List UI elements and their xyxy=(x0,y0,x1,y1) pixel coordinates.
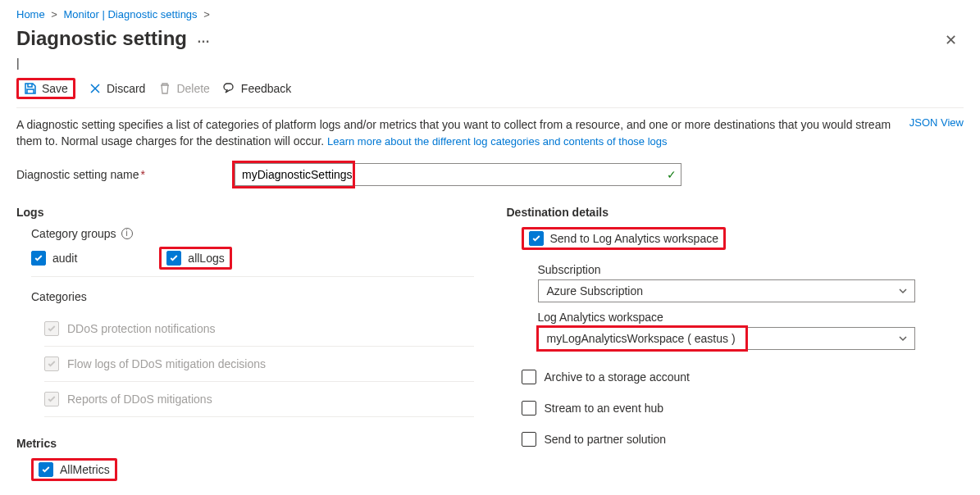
checkbox-allmetrics[interactable] xyxy=(39,462,53,477)
send-law-label: Send to Log Analytics workspace xyxy=(550,232,718,245)
check-icon: ✓ xyxy=(667,168,677,181)
law-select[interactable]: myLogAnalyticsWorkspace ( eastus ) xyxy=(538,327,915,350)
category-groups-label: Category groups i xyxy=(31,227,474,240)
highlight-send-law: Send to Log Analytics workspace xyxy=(522,227,726,250)
highlight-alllogs: allLogs xyxy=(159,247,231,270)
save-icon xyxy=(24,82,37,95)
close-icon[interactable]: ✕ xyxy=(938,28,964,52)
checkbox-eventhub[interactable] xyxy=(522,401,536,416)
archive-label: Archive to a storage account xyxy=(545,370,690,384)
subscription-value: Azure Subscription xyxy=(547,284,644,297)
law-value: myLogAnalyticsWorkspace ( eastus ) xyxy=(547,332,736,345)
more-icon[interactable]: … xyxy=(197,31,210,46)
checkbox-partner[interactable] xyxy=(522,432,536,447)
delete-button: Delete xyxy=(158,82,209,95)
audit-label: audit xyxy=(52,252,77,265)
law-label: Log Analytics workspace xyxy=(538,311,964,324)
save-button[interactable]: Save xyxy=(24,82,68,95)
metrics-title: Metrics xyxy=(16,437,474,450)
partner-label: Send to partner solution xyxy=(545,433,667,446)
chevron-down-icon xyxy=(898,334,908,343)
info-icon[interactable]: i xyxy=(121,228,133,239)
checkbox-archive[interactable] xyxy=(522,370,536,384)
discard-icon xyxy=(89,82,102,95)
page-title-text: Diagnostic setting xyxy=(16,27,187,50)
checkbox-audit[interactable] xyxy=(31,251,46,266)
feedback-label: Feedback xyxy=(241,82,291,95)
chevron-down-icon xyxy=(898,286,908,296)
breadcrumb-home[interactable]: Home xyxy=(16,8,45,20)
categories-label: Categories xyxy=(31,290,474,303)
checkbox-alllogs[interactable] xyxy=(166,251,181,266)
category-item-flow-logs: Flow logs of DDoS mitigation decisions xyxy=(44,347,474,382)
page-title: Diagnostic setting … xyxy=(16,27,210,50)
highlight-save: Save xyxy=(16,78,75,99)
destination-title: Destination details xyxy=(507,206,964,219)
breadcrumb-monitor[interactable]: Monitor | Diagnostic settings xyxy=(64,8,198,20)
cat1-label: DDoS protection notifications xyxy=(67,322,216,335)
setting-name-label: Diagnostic setting name* xyxy=(16,168,221,181)
feedback-icon xyxy=(223,82,236,95)
logs-title: Logs xyxy=(16,206,474,219)
learn-more-link[interactable]: Learn more about the different log categ… xyxy=(327,135,668,148)
feedback-button[interactable]: Feedback xyxy=(223,82,291,95)
caret: | xyxy=(16,57,964,70)
highlight-allmetrics: AllMetrics xyxy=(31,458,117,481)
save-label: Save xyxy=(42,82,68,95)
delete-icon xyxy=(158,82,171,95)
setting-name-input[interactable] xyxy=(235,163,681,186)
json-view-link[interactable]: JSON View xyxy=(909,116,964,129)
chevron-right-icon: > xyxy=(203,8,210,20)
category-item-ddos-notifications: DDoS protection notifications xyxy=(44,311,474,347)
category-item-reports: Reports of DDoS mitigations xyxy=(44,382,474,417)
discard-button[interactable]: Discard xyxy=(89,82,145,95)
checkbox-cat1 xyxy=(44,321,59,336)
eventhub-label: Stream to an event hub xyxy=(545,402,664,415)
cat3-label: Reports of DDoS mitigations xyxy=(67,393,212,406)
breadcrumb: Home > Monitor | Diagnostic settings > xyxy=(16,8,964,20)
checkbox-cat2 xyxy=(44,356,59,371)
subscription-select[interactable]: Azure Subscription xyxy=(538,279,915,302)
checkbox-cat3 xyxy=(44,392,59,406)
discard-label: Discard xyxy=(107,82,145,95)
allmetrics-label: AllMetrics xyxy=(60,463,110,476)
checkbox-send-law[interactable] xyxy=(529,231,544,246)
toolbar: Save Discard Delete Feedback xyxy=(16,75,964,108)
alllogs-label: allLogs xyxy=(188,252,224,265)
delete-label: Delete xyxy=(176,82,209,95)
subscription-label: Subscription xyxy=(538,263,964,276)
chevron-right-icon: > xyxy=(51,8,57,20)
cat2-label: Flow logs of DDoS mitigation decisions xyxy=(67,357,266,370)
